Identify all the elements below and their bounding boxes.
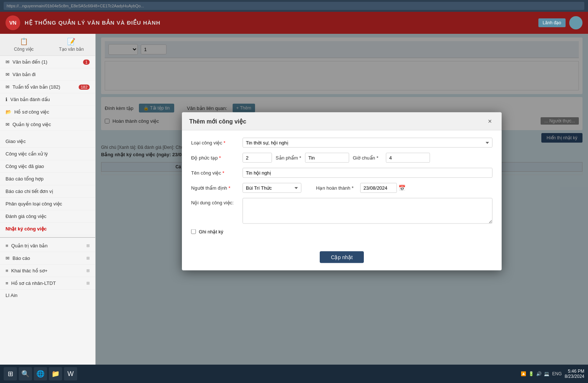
nguoi-tham-dinh-select[interactable]: Bùi Trí Thức bbox=[243, 183, 301, 193]
sidebar-item-van-ban-danh-dau[interactable]: ℹ Văn bản đánh dấu bbox=[0, 93, 95, 106]
browser-icon[interactable]: 🌐 bbox=[34, 367, 47, 380]
mail-icon-2: ✉ bbox=[6, 72, 10, 77]
folder-taskbar-icon[interactable]: 📁 bbox=[49, 367, 62, 380]
han-hoan-thanh-input[interactable] bbox=[360, 183, 397, 193]
app-title: HỆ THỐNG QUẢN LÝ VĂN BẢN VÀ ĐIỀU HÀNH bbox=[25, 19, 161, 26]
folder-icon: 📂 bbox=[6, 109, 11, 115]
app-logo: VN bbox=[6, 15, 20, 30]
sidebar-item-bao-cao-tong-hop[interactable]: Báo cáo tổng hợp bbox=[0, 173, 95, 185]
loai-cong-viec-label: Loại công việc * bbox=[191, 140, 239, 146]
sidebar-item-danh-gia[interactable]: Đánh giá công việc bbox=[0, 210, 95, 223]
search-taskbar-icon[interactable]: 🔍 bbox=[19, 367, 32, 380]
cap-nhat-btn[interactable]: Cập nhật bbox=[320, 251, 363, 263]
tao-van-ban-icon: 📝 bbox=[67, 37, 75, 46]
app-header: VN HỆ THỐNG QUẢN LÝ VĂN BẢN VÀ ĐIỀU HÀNH… bbox=[0, 12, 588, 34]
avatar bbox=[569, 16, 582, 29]
main-content: Đính kèm tập 🔒 Tải tệp tin Văn bản liên … bbox=[96, 34, 588, 365]
ghi-nhat-ky-checkbox[interactable] bbox=[191, 229, 196, 234]
han-hoan-thanh-label: Hạn hoàn thành * bbox=[316, 185, 356, 191]
header-right: Lãnh đạo bbox=[538, 16, 582, 29]
loai-cong-viec-row: Loại công việc * Tin thời sự, hội nghị bbox=[191, 138, 492, 148]
word-icon[interactable]: W bbox=[64, 367, 77, 380]
san-pham-input[interactable] bbox=[305, 153, 349, 163]
sidebar-item-bao-cao-chi-tiet[interactable]: Báo cáo chi tiết đơn vị bbox=[0, 185, 95, 198]
start-btn[interactable]: ⊞ bbox=[4, 367, 17, 380]
sidebar-item-nhat-ky[interactable]: Nhật ký công việc bbox=[0, 223, 95, 235]
noi-dung-textarea[interactable] bbox=[243, 198, 492, 224]
ten-cong-viec-input[interactable] bbox=[243, 168, 492, 178]
sidebar-item-ho-so-ca-nhan[interactable]: ≡ Hồ sơ cá nhân-LTDT ⊞ bbox=[0, 277, 95, 290]
ten-cong-viec-row: Tên công việc * bbox=[191, 168, 492, 178]
modal-footer: Cập nhật bbox=[182, 248, 502, 271]
modal-title: Thêm mới công việc bbox=[189, 118, 246, 125]
sidebar-item-van-ban-di[interactable]: ✉ Văn bản đi bbox=[0, 68, 95, 81]
loai-cong-viec-select[interactable]: Tin thời sự, hội nghị bbox=[243, 138, 492, 148]
san-pham-label: Sản phẩm * bbox=[276, 155, 301, 161]
clock: 5:46 PM 8/23/2024 bbox=[565, 369, 584, 379]
modal-close-btn[interactable]: × bbox=[485, 117, 494, 126]
ghi-nhat-ky-label: Ghi nhật ký bbox=[199, 229, 223, 235]
lang-indicator: ENG bbox=[552, 371, 562, 376]
noi-dung-row: Nội dung công việc: bbox=[191, 198, 492, 224]
system-icons: 🔼 🔋 🔊 💻 bbox=[521, 371, 549, 376]
list-icon: ✉ bbox=[6, 122, 10, 127]
modal-header: Thêm mới công việc × bbox=[182, 112, 502, 130]
taskbar: ⊞ 🔍 🌐 📁 W 🔼 🔋 🔊 💻 ENG 5:46 PM 8/23/2024 bbox=[0, 365, 588, 383]
ten-cong-viec-label: Tên công việc * bbox=[191, 170, 239, 176]
sidebar-item-quan-tri-van-ban[interactable]: ≡ Quản trị văn bản ⊞ bbox=[0, 240, 95, 252]
ghi-nhat-ky-row: Ghi nhật ký bbox=[191, 229, 492, 235]
modal-body: Loại công việc * Tin thời sự, hội nghị Đ… bbox=[182, 130, 502, 248]
sidebar-top-buttons: 📋 Công việc 📝 Tạo văn bản bbox=[0, 34, 95, 56]
li-ain-label: LI Ain bbox=[0, 290, 95, 301]
sidebar-item-khai-thac-ho-so[interactable]: ≡ Khai thác hồ sơ+ ⊞ bbox=[0, 265, 95, 277]
han-hoan-thanh-wrapper: 📅 bbox=[360, 183, 406, 193]
taskbar-right: 🔼 🔋 🔊 💻 ENG 5:46 PM 8/23/2024 bbox=[521, 369, 584, 379]
browser-bar: https://...nguyenmain/01b04e5c8m_E8eSA5c… bbox=[0, 0, 588, 12]
gio-chuan-input[interactable] bbox=[386, 153, 430, 163]
sidebar-item-da-giao[interactable]: Công việc đã giao bbox=[0, 160, 95, 173]
sidebar-item-ho-so-cong-viec[interactable]: 📂 Hồ sơ công việc bbox=[0, 106, 95, 118]
info-icon: ℹ bbox=[6, 97, 7, 102]
do-phuc-tap-input[interactable] bbox=[243, 153, 272, 163]
sidebar: 📋 Công việc 📝 Tạo văn bản ✉ Văn bản đến … bbox=[0, 34, 96, 365]
nguoi-tham-dinh-label: Người thẩm định * bbox=[191, 185, 239, 191]
do-phuc-tap-label: Độ phức tạp * bbox=[191, 155, 239, 161]
sidebar-section-label bbox=[0, 131, 95, 135]
mail-icon-3: ✉ bbox=[6, 84, 10, 90]
modal-them-moi: Thêm mới công việc × Loại công việc * Ti… bbox=[182, 112, 502, 271]
cong-viec-icon: 📋 bbox=[20, 37, 28, 46]
sidebar-item-tuan-to[interactable]: ✉ Tuần tổ văn bản (182) 182 bbox=[0, 81, 95, 93]
sidebar-tao-van-ban-btn[interactable]: 📝 Tạo văn bản bbox=[48, 34, 96, 56]
sidebar-cong-viec-btn[interactable]: 📋 Công việc bbox=[0, 34, 48, 56]
do-phuc-tap-row: Độ phức tạp * Sản phẩm * Giờ chuẩn * bbox=[191, 153, 492, 163]
calendar-icon[interactable]: 📅 bbox=[398, 185, 406, 192]
noi-dung-label: Nội dung công việc: bbox=[191, 198, 239, 205]
nguoi-tham-dinh-row: Người thẩm định * Bùi Trí Thức Hạn hoàn … bbox=[191, 183, 492, 193]
sidebar-item-can-xu-ly[interactable]: Công việc cần xử lý bbox=[0, 148, 95, 160]
browser-url: https://...nguyenmain/01b04e5c8m_E8eSA5c… bbox=[4, 2, 584, 10]
sidebar-item-quan-ly-cong-viec[interactable]: ✉ Quản lý công việc bbox=[0, 118, 95, 131]
sidebar-item-phan-quyen[interactable]: Phân quyền loại công việc bbox=[0, 198, 95, 210]
gio-chuan-label: Giờ chuẩn * bbox=[353, 155, 382, 161]
mail-icon: ✉ bbox=[6, 59, 10, 65]
sidebar-item-giao-viec[interactable]: Giao việc bbox=[0, 135, 95, 148]
sidebar-item-van-ban-den[interactable]: ✉ Văn bản đến (1) 1 bbox=[0, 56, 95, 68]
header-lanh-dao-btn[interactable]: Lãnh đạo bbox=[538, 18, 566, 27]
sidebar-item-bao-cao[interactable]: ✉ Báo cáo ⊞ bbox=[0, 252, 95, 265]
